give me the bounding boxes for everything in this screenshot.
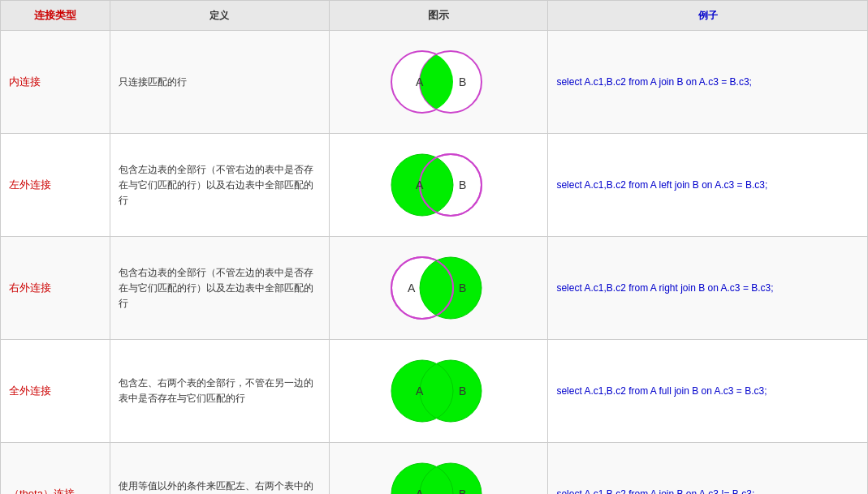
diagram-cell: AB	[329, 31, 548, 134]
definition-cell: 只连接匹配的行	[110, 31, 329, 134]
example-cell: select A.c1,B.c2 from A left join B on A…	[548, 134, 868, 237]
table-row: 内连接只连接匹配的行 ABselect A.c1,B.c2 from A joi…	[1, 31, 868, 134]
header-diagram: 图示	[329, 1, 548, 31]
join-type-cell: （theta）连接	[1, 443, 110, 494]
header-example: 例子	[548, 1, 868, 31]
svg-text:B: B	[459, 384, 466, 397]
join-type-cell: 右外连接	[1, 237, 110, 340]
definition-cell: 包含左、右两个表的全部行，不管在另一边的表中是否存在与它们匹配的行	[110, 340, 329, 443]
svg-text:B: B	[459, 281, 466, 294]
svg-text:B: B	[459, 488, 466, 494]
svg-text:A: A	[416, 384, 424, 397]
join-types-table: 连接类型 定义 图示 例子 内连接只连接匹配的行 ABselect A.c1,B…	[0, 0, 868, 494]
diagram-cell: AB	[329, 340, 548, 443]
diagram-cell: AB	[329, 134, 548, 237]
example-cell: select A.c1,B.c2 from A join B on A.c3 =…	[548, 31, 868, 134]
svg-text:A: A	[416, 75, 424, 88]
table-row: （theta）连接使用等值以外的条件来匹配左、右两个表中的行ABselect A…	[1, 443, 868, 494]
definition-cell: 包含右边表的全部行（不管左边的表中是否存在与它们匹配的行）以及左边表中全部匹配的…	[110, 237, 329, 340]
join-type-cell: 左外连接	[1, 134, 110, 237]
join-type-cell: 全外连接	[1, 340, 110, 443]
join-type-cell: 内连接	[1, 31, 110, 134]
svg-text:A: A	[416, 178, 424, 191]
table-row: 右外连接包含右边表的全部行（不管左边的表中是否存在与它们匹配的行）以及左边表中全…	[1, 237, 868, 340]
example-cell: select A.c1,B.c2 from A full join B on A…	[548, 340, 868, 443]
example-cell: select A.c1,B.c2 from A join B on A.c3 !…	[548, 443, 868, 494]
svg-text:A: A	[416, 488, 424, 494]
diagram-cell: AB	[329, 237, 548, 340]
table-row: 左外连接包含左边表的全部行（不管右边的表中是否存在与它们匹配的行）以及右边表中全…	[1, 134, 868, 237]
definition-cell: 使用等值以外的条件来匹配左、右两个表中的行	[110, 443, 329, 494]
svg-text:A: A	[408, 281, 416, 294]
svg-text:B: B	[459, 75, 466, 88]
header-definition: 定义	[110, 1, 329, 31]
example-cell: select A.c1,B.c2 from A right join B on …	[548, 237, 868, 340]
svg-text:B: B	[459, 178, 466, 191]
header-type: 连接类型	[1, 1, 110, 31]
diagram-cell: AB	[329, 443, 548, 494]
definition-cell: 包含左边表的全部行（不管右边的表中是否存在与它们匹配的行）以及右边表中全部匹配的…	[110, 134, 329, 237]
table-row: 全外连接包含左、右两个表的全部行，不管在另一边的表中是否存在与它们匹配的行ABs…	[1, 340, 868, 443]
